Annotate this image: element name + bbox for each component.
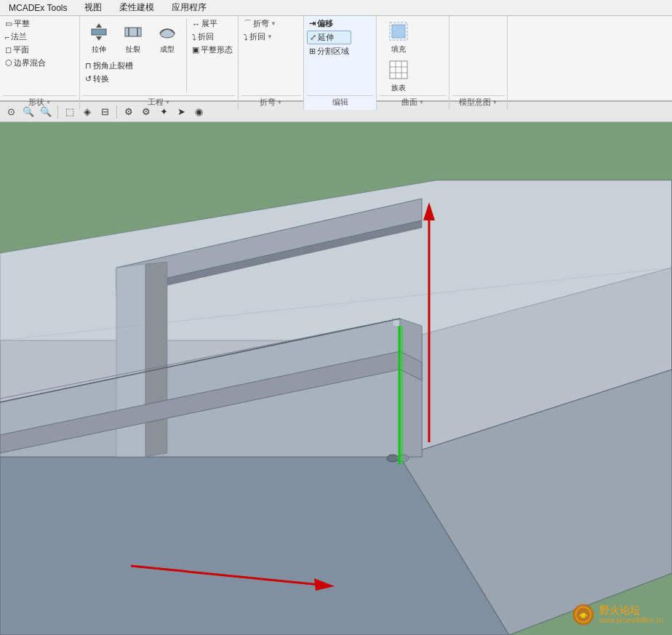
svg-point-6 [160,29,175,38]
btn-fold-main[interactable]: ⌒ 折弯 ▼ [241,17,279,30]
btn-rule[interactable]: ⌐ 法兰 [3,31,48,43]
chart-icon [387,58,410,84]
split-icon: ⊞ [309,47,316,56]
btn-chart[interactable]: 族表 [380,56,417,94]
btn-offset[interactable]: ⇥ 偏移 [307,17,351,30]
menu-view[interactable]: 视图 [76,0,111,15]
btn-expand[interactable]: ↔ 展平 [190,17,235,30]
convert-icon: ↺ [85,74,92,84]
model-intent-buttons [452,17,504,94]
btn-display2[interactable]: ⚙ [138,104,154,120]
btn-wire[interactable]: ⊟ [97,104,113,120]
watermark: 野火论坛 www.proewildfire.cn [572,603,663,626]
btn-view-select[interactable]: ⬚ [62,104,78,120]
process-big-row: 拉伸 扯裂 [83,17,183,58]
expand-icon: ↔ [192,20,200,28]
btn-form[interactable]: 成型 [151,17,183,58]
btn-flat-form[interactable]: ▣ 平整形态 [190,44,235,56]
svg-rect-0 [92,29,106,35]
ribbon-group-fold: ⌒ 折弯 ▼ ⤵ 折回 ▼ 折弯 ▼ [239,16,304,110]
menu-application[interactable]: 应用程序 [163,0,215,15]
foldback-dropdown: ▼ [267,33,273,40]
btn-shade[interactable]: ◈ [79,104,95,120]
shape-buttons: ▭ 平整 ⌐ 法兰 ◻ 平面 ⬡ 边界混合 [3,17,76,94]
surface-col: 填充 族表 [380,17,417,94]
fold-buttons: ⌒ 折弯 ▼ ⤵ 折回 ▼ [241,17,300,94]
svg-marker-2 [96,36,102,41]
unfold-icon [123,22,143,45]
rule-icon: ⌐ [5,33,9,41]
menu-flexible-model[interactable]: 柔性建模 [111,0,163,15]
btn-plane[interactable]: ◻ 平面 [3,44,48,56]
corner-crack-icon: ⊓ [85,61,92,71]
btn-split-area[interactable]: ⊞ 分割区域 [307,45,351,57]
surface-dropdown: ▼ [419,99,425,105]
ribbon-group-process: 拉伸 扯裂 [80,16,239,110]
ribbon-group-surface: 填充 族表 [377,16,449,110]
svg-rect-9 [390,61,407,79]
fold-label-dropdown: ▼ [277,99,283,105]
fold2-icon: ⤵ [192,33,196,41]
svg-marker-25 [400,319,422,457]
process-col2: ↔ 展平 ⤵ 折回 ▣ 平整形态 [190,17,235,56]
edit-buttons: ⇥ 偏移 ⤢ 延伸 ⊞ 分割区域 [307,17,373,94]
btn-zoom-out[interactable]: 🔍 [38,104,54,120]
ribbon-group-edit: ⇥ 偏移 ⤢ 延伸 ⊞ 分割区域 编辑 [304,16,377,110]
flat-form-icon: ▣ [192,45,199,55]
model-svg [0,122,672,635]
ribbon: ▭ 平整 ⌐ 法兰 ◻ 平面 ⬡ 边界混合 [0,16,672,102]
btn-convert[interactable]: ↺ 转换 [83,73,183,85]
ribbon-content: ▭ 平整 ⌐ 法兰 ◻ 平面 ⬡ 边界混合 [0,16,672,110]
watermark-main: 野火论坛 [599,604,663,617]
watermark-sub: www.proewildfire.cn [599,616,663,625]
menubar: MCADEx Tools 视图 柔性建模 应用程序 [0,0,672,16]
btn-fill[interactable]: 填充 [380,17,417,55]
toolbar-sep2 [116,105,117,119]
fold-dropdown: ▼ [271,20,276,27]
edit-group-label: 编辑 [307,95,373,108]
fill-icon [387,20,410,45]
svg-point-40 [580,613,585,618]
btn-unfold[interactable]: 扯裂 [117,17,149,58]
svg-rect-3 [125,28,141,36]
surface-buttons: 填充 族表 [380,17,446,94]
offset-icon: ⇥ [309,19,316,28]
boundary-icon: ⬡ [5,58,12,68]
model-intent-dropdown: ▼ [492,99,498,105]
btn-zoom-fit[interactable]: ⊙ [3,104,19,120]
model-intent-label: 模型意图 ▼ [452,95,504,108]
fold-group-label: 折弯 ▼ [241,95,300,108]
svg-rect-8 [392,25,405,38]
watermark-logo-icon [572,603,595,626]
btn-fold2[interactable]: ⤵ 折回 [190,31,235,43]
btn-display3[interactable]: ✦ [156,104,172,120]
watermark-text-block: 野火论坛 www.proewildfire.cn [599,604,663,626]
process-buttons: 拉伸 扯裂 [83,17,235,94]
btn-flat[interactable]: ▭ 平整 [3,17,48,30]
btn-zoom-in[interactable]: 🔍 [20,104,36,120]
btn-corner-crack[interactable]: ⊓ 拐角止裂槽 [83,60,183,72]
btn-foldback[interactable]: ⤵ 折回 ▼ [241,31,279,43]
fold-col: ⌒ 折弯 ▼ ⤵ 折回 ▼ [241,17,279,43]
viewport[interactable]: 野火论坛 www.proewildfire.cn [0,122,672,635]
ribbon-group-model-intent: 模型意图 ▼ [449,16,508,110]
flat-icon: ▭ [5,19,12,28]
shape-col1: ▭ 平整 ⌐ 法兰 ◻ 平面 ⬡ 边界混合 [3,17,48,69]
extend-icon: ⤢ [310,33,316,42]
btn-extend[interactable]: ⤢ 延伸 [307,31,351,44]
btn-stretch[interactable]: 拉伸 [83,17,115,58]
fold-main-icon: ⌒ [244,18,252,29]
ribbon-group-shape: ▭ 平整 ⌐ 法兰 ◻ 平面 ⬡ 边界混合 [0,16,80,110]
svg-marker-24 [145,262,167,457]
menu-mcadex[interactable]: MCADEx Tools [0,1,76,15]
stretch-icon [89,22,109,45]
btn-display5[interactable]: ◉ [191,104,207,120]
toolbar-sep1 [57,105,58,119]
btn-boundary[interactable]: ⬡ 边界混合 [3,57,48,69]
process-col1: 拉伸 扯裂 [83,17,183,85]
btn-display1[interactable]: ⚙ [121,104,137,120]
btn-display4[interactable]: ➤ [173,104,189,120]
plane-icon: ◻ [5,45,12,55]
foldback-icon: ⤵ [244,33,248,41]
svg-marker-1 [96,23,102,28]
